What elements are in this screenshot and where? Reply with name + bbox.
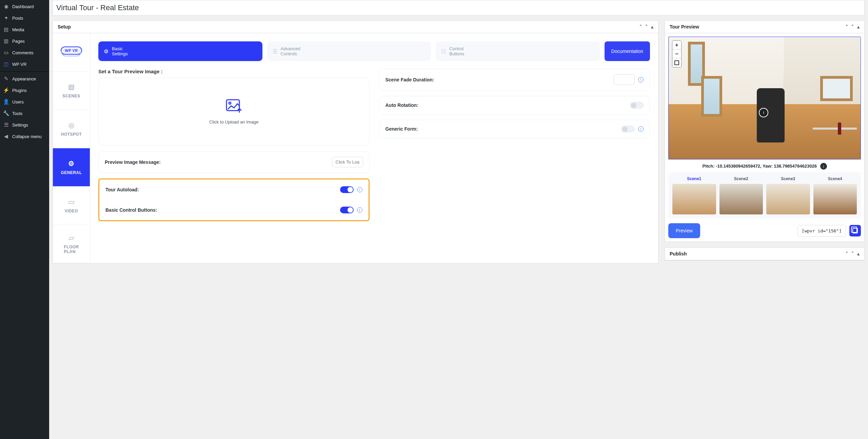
chevron-down-icon[interactable]: ˅	[851, 251, 854, 256]
info-icon[interactable]: i	[638, 77, 644, 82]
panel-title: Tour Preview	[670, 24, 699, 30]
basic-controls-label: Basic Control Buttons:	[105, 207, 340, 213]
sidebar-item-wpvr[interactable]: ◫WP VR	[0, 58, 49, 70]
wpvr-logo-tab: WP VR	[53, 33, 90, 72]
scene-label: Scene2	[719, 176, 763, 181]
documentation-button[interactable]: Documentation	[605, 41, 650, 61]
preview-button[interactable]: Preview	[668, 223, 700, 238]
plug-icon: ⚡	[3, 87, 9, 94]
sidebar-item-posts[interactable]: ✦Posts	[0, 12, 49, 24]
info-icon[interactable]: i	[357, 207, 362, 213]
scene-thumb-2[interactable]: Scene2	[719, 176, 763, 214]
generic-form-label: Generic Form:	[386, 126, 622, 132]
tab-advanced-controls[interactable]: ☰AdvancedControls	[267, 41, 431, 61]
zoom-in-button[interactable]: +	[672, 41, 681, 50]
chevron-down-icon[interactable]: ˅	[645, 24, 648, 30]
zoom-out-button[interactable]: −	[672, 50, 681, 58]
generic-form-toggle[interactable]	[621, 126, 635, 132]
upload-hint: Click to Upload an Image	[209, 119, 258, 125]
sidebar-item-appearance[interactable]: ✎Appearance	[0, 73, 49, 84]
basic-controls-toggle[interactable]	[340, 207, 354, 213]
sliders-icon: ☰	[3, 121, 9, 128]
side-tab-scenes[interactable]: ▧SCENES	[53, 72, 90, 110]
gear-icon: ⚙	[104, 48, 108, 55]
preview-msg-label: Preview Image Message:	[105, 159, 332, 165]
scene-thumb-1[interactable]: Scene1	[672, 176, 716, 214]
side-tab-general[interactable]: ⚙GENERAL	[53, 148, 90, 187]
caret-up-icon[interactable]: ▴	[857, 24, 860, 30]
sidebar-item-label: Plugins	[12, 88, 27, 93]
copy-shortcode-button[interactable]	[849, 225, 861, 236]
sidebar-item-collapse[interactable]: ◀Collapse menu	[0, 131, 49, 142]
sidebar-item-label: Media	[12, 27, 24, 32]
chevron-up-icon[interactable]: ˄	[846, 251, 848, 256]
sidebar-item-label: Pages	[12, 39, 25, 44]
copy-icon	[852, 228, 858, 233]
wpvr-badge: WP VR	[61, 46, 82, 55]
sidebar-item-label: Comments	[12, 50, 34, 55]
sidebar-item-label: Settings	[12, 122, 28, 128]
brush-icon: ✎	[3, 75, 9, 82]
zoom-controls: + −	[672, 40, 682, 68]
sidebar-divider	[0, 71, 49, 72]
gear-icon: ⚙	[68, 159, 75, 168]
panorama-viewport[interactable]: i + −	[668, 37, 861, 159]
tab-basic-settings[interactable]: ⚙BasicSettings	[98, 41, 262, 61]
info-icon[interactable]: i	[638, 126, 644, 132]
map-icon: ▱	[69, 234, 74, 242]
fullscreen-icon	[674, 60, 679, 65]
highlighted-toggles-group: Tour Autoload: i Basic Control Buttons:	[98, 178, 370, 221]
download-coords-button[interactable]: ↓	[820, 163, 827, 170]
tour-title-input[interactable]	[56, 1, 862, 14]
sidebar-item-users[interactable]: 👤Users	[0, 96, 49, 108]
side-tab-label: SCENES	[62, 94, 80, 98]
scene-hotspot-icon[interactable]: i	[759, 108, 768, 117]
side-tab-label: HOTSPOT	[61, 132, 82, 137]
scene-thumb-4[interactable]: Scene4	[813, 176, 857, 214]
scene-thumbnails: Scene1 Scene2 Scene3 Scene4	[668, 172, 861, 218]
preview-msg-input[interactable]	[332, 157, 363, 167]
sidebar-item-settings[interactable]: ☰Settings	[0, 119, 49, 131]
chevron-up-icon[interactable]: ˄	[846, 24, 848, 30]
autoload-label: Tour Autoload:	[105, 187, 340, 192]
fade-duration-input[interactable]	[614, 74, 635, 85]
scene-label: Scene3	[766, 176, 810, 181]
side-tab-video[interactable]: ▭VIDEO	[53, 187, 90, 225]
upload-image-area[interactable]: Click to Upload an Image	[98, 78, 370, 146]
sidebar-item-comments[interactable]: ▭Comments	[0, 47, 49, 58]
upload-image-icon	[226, 99, 242, 114]
tab-control-buttons[interactable]: ☷ControlButtons	[436, 41, 600, 61]
auto-rotation-toggle[interactable]	[630, 102, 644, 109]
fullscreen-button[interactable]	[672, 58, 681, 67]
collapse-icon: ◀	[3, 133, 9, 140]
target-icon: ◎	[68, 121, 75, 129]
sidebar-item-label: WP VR	[12, 62, 26, 67]
sidebar-item-plugins[interactable]: ⚡Plugins	[0, 84, 49, 96]
auto-rotation-label: Auto Rotation:	[386, 102, 630, 108]
publish-panel: Publish ˄ ˅ ▴	[665, 247, 865, 261]
image-icon: ▧	[68, 83, 75, 91]
sidebar-item-media[interactable]: ▤Media	[0, 24, 49, 35]
scene-label: Scene1	[672, 176, 716, 181]
chevron-up-icon[interactable]: ˄	[639, 24, 642, 30]
info-icon[interactable]: i	[357, 187, 362, 192]
setup-panel: Setup ˄ ˅ ▴ WP VR ▧SCENES ◎HO	[53, 20, 658, 264]
side-tab-hotspot[interactable]: ◎HOTSPOT	[53, 110, 90, 148]
sidebar-item-label: Dashboard	[12, 4, 34, 9]
sidebar-item-label: Tools	[12, 111, 22, 116]
pages-icon: ▥	[3, 38, 9, 44]
side-tab-label: GENERAL	[61, 170, 82, 175]
chevron-down-icon[interactable]: ˅	[851, 24, 854, 30]
sidebar-item-pages[interactable]: ▥Pages	[0, 35, 49, 47]
tab-label: AdvancedControls	[281, 46, 300, 56]
caret-up-icon[interactable]: ▴	[857, 251, 860, 256]
autoload-toggle[interactable]	[340, 186, 354, 193]
side-tab-floorplan[interactable]: ▱FLOORPLAN	[53, 225, 90, 263]
svg-point-1	[229, 102, 231, 104]
sidebar-item-dashboard[interactable]: ◉Dashboard	[0, 1, 49, 12]
fade-label: Scene Fade Duration:	[386, 77, 614, 82]
caret-up-icon[interactable]: ▴	[651, 24, 653, 30]
sidebar-item-tools[interactable]: 🔧Tools	[0, 108, 49, 119]
side-tab-label: VIDEO	[65, 209, 78, 213]
scene-thumb-3[interactable]: Scene3	[766, 176, 810, 214]
